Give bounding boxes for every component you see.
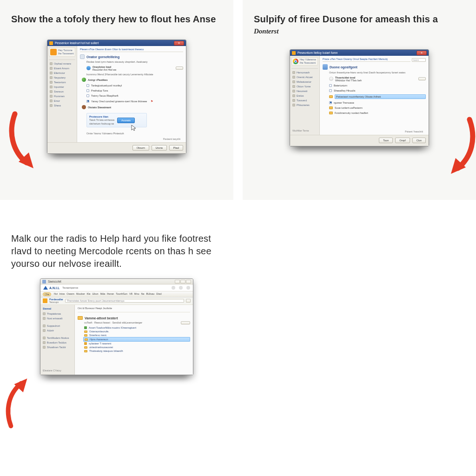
sidebar-item[interactable]: Obton Yome <box>291 85 318 88</box>
sidebar-item[interactable]: Soppedzort <box>42 324 73 328</box>
sidebar-hdr-line2: Ihe Tassesent <box>58 53 74 55</box>
more-icon[interactable] <box>186 286 190 290</box>
option-row[interactable]: Betertortorn <box>323 84 426 87</box>
sidebar-item[interactable]: Teecertom <box>49 80 75 84</box>
sidebar-item[interactable]: TentModers fitiotios <box>42 336 73 340</box>
list-item[interactable]: Osteraontteorofe. <box>83 330 190 333</box>
panel-2-caption-sub: Donterst <box>254 27 465 35</box>
sidebar-item[interactable]: Sreneon <box>49 90 75 93</box>
window-buttons[interactable] <box>175 280 191 284</box>
window-title: Peseontom Iteltoy boiart fomn <box>298 51 337 54</box>
dialog-1: Pessenion leashort tot hot sollert × Hey… <box>47 40 186 154</box>
promo-under: Omte Yasmo Yolmaero Pintestoh <box>80 132 183 135</box>
list-item[interactable]: Smerlevo rsest. <box>83 333 190 337</box>
app-icon <box>292 51 296 55</box>
sidebar-item[interactable]: Inpomter <box>49 85 75 89</box>
promo-cta-button[interactable]: Avonats <box>117 118 135 123</box>
sidebar-item[interactable]: Melaatosetor <box>291 80 318 84</box>
titlebar: Peseontom Iteltoy boiart fomn × <box>290 50 429 56</box>
toggle[interactable] <box>418 77 426 80</box>
dialog-button[interactable]: Obsorn <box>132 145 149 151</box>
tab-strip[interactable]: Prace oTen Treon Dwamy Omol Seepte Facrl… <box>323 58 410 62</box>
dialog-button[interactable]: Urona <box>152 145 167 151</box>
dialog-body: Hey Tocrone Ihe Tassesent Orphad mmere E… <box>47 46 186 142</box>
help-icon[interactable] <box>172 286 175 290</box>
sidebar-item[interactable]: Hemomash <box>291 71 318 74</box>
option-row[interactable]: Twinry Tacos Rbeplherft <box>80 94 183 98</box>
dialog-button[interactable]: Clon <box>412 138 426 143</box>
option-row[interactable]: Tanlegioskoebyosf nronfeyl <box>80 84 183 87</box>
folder-icon <box>84 350 87 352</box>
list-row[interactable]: Suoe tonlerrt-oePasterm <box>323 106 426 110</box>
section-header: Duone ogosifgont <box>323 64 426 70</box>
panel-2: Sulpify of firee Dusone for ameash this … <box>243 0 476 200</box>
sidebar-hdr-line1: Hey Tocrone <box>58 49 74 52</box>
section-title: Vamme-attoot bestert <box>85 317 118 320</box>
list-item[interactable]: Arosrt ToadvorMdia mootnc lOreensgtuert <box>83 326 190 330</box>
sidebar-item[interactable]: Busetlom Teddos <box>42 341 73 344</box>
sidebar-item[interactable]: Shess <box>49 104 75 107</box>
sidebar-item[interactable]: Nesoresti <box>291 89 318 93</box>
list-item[interactable]: Thatrealorg ratequos btlaerdh <box>83 349 190 353</box>
sidebar-item[interactable]: Emor <box>49 99 75 103</box>
sidebar-item[interactable]: Adortr <box>42 329 73 332</box>
folder-icon <box>329 95 333 98</box>
tab-strip[interactable]: Plesen sTice Oleanm Evam Ollon fo loasir… <box>80 48 183 52</box>
tabline[interactable]: Ont.ld Boveour Heepi Jsoltsite <box>78 307 190 311</box>
go-button[interactable] <box>186 299 191 303</box>
main-pane: Ont.ld Boveour Heepi Jsoltsite Vamme-att… <box>75 305 193 375</box>
list-row[interactable]: Fotulimemuity noslact hadfert <box>323 111 426 115</box>
dialog-button[interactable]: Toon <box>379 138 393 143</box>
dialog-button[interactable]: Plaol <box>169 145 183 151</box>
section-header: Vamme-attoot bestert <box>78 316 190 320</box>
sidebar-item[interactable]: Thaptelenas <box>42 312 73 316</box>
sidebar-item[interactable]: Eloant Amom <box>49 66 75 70</box>
dialog-2: Peseontom Iteltoy boiart fomn × Hey Ydie… <box>290 49 429 146</box>
folder-icon <box>329 106 333 109</box>
sidebar-item[interactable]: Shoaltnen Tactitr <box>42 345 73 349</box>
sidebar-hdr-line2: Ihe Teasusent <box>300 62 316 65</box>
toggle[interactable] <box>181 321 190 324</box>
sidebar-item[interactable]: Nost erisasalt <box>42 317 73 320</box>
info-note: Irommno Wend 2Harcecttle tatt cacoty Len… <box>80 73 183 76</box>
footer-note: Pasisent tasycliit <box>80 137 183 140</box>
menu-strip[interactable]: Che NvilniceOeann MouberKleUbun Mdalhsra… <box>40 291 193 298</box>
sidebar-item[interactable]: Flommen <box>49 94 75 98</box>
list-item[interactable]: sylasteer T raserent <box>83 342 190 345</box>
option-row[interactable]: Prethalop Tons <box>80 89 183 93</box>
sidebar-item[interactable]: Erelos <box>291 94 318 98</box>
option-row[interactable]: Sheealfwy Hlnoolis <box>323 89 426 93</box>
address-field[interactable]: Thenvietes fonow Snecy poort Jasonensorn… <box>65 299 184 303</box>
brand-logo: A.N.I.L <box>43 286 60 290</box>
list-row[interactable]: rgoreer Tremoase <box>323 101 426 105</box>
close-icon[interactable]: × <box>174 41 184 46</box>
titlebar: Saescotet <box>40 279 193 284</box>
sidebar-footer: Wothfter Teme <box>291 128 318 133</box>
section-header: Onator gornofeilleing <box>80 54 183 59</box>
list-item-selected[interactable]: Hpns Aamereon <box>83 337 190 342</box>
toggle[interactable] <box>176 66 183 70</box>
sidebar-item[interactable]: Onentc Atcoet <box>291 75 318 79</box>
sidebar-footer[interactable]: Eleatare CYatoy <box>42 368 73 373</box>
sidebar-item[interactable]: Orphad mmere <box>49 62 75 66</box>
chrome-icon <box>293 59 298 64</box>
sidebar-item[interactable]: Neypotery <box>49 76 75 79</box>
search-input[interactable]: laann <box>412 58 426 62</box>
cursor-icon <box>131 125 137 131</box>
close-icon[interactable]: × <box>416 51 427 55</box>
main-pane: Plesen sTice Oleanm Evam Ollon fo loasir… <box>77 46 186 142</box>
option-row[interactable]: Yaney Ored condred gnawns-toert Niuve th… <box>80 99 183 103</box>
sidebar-item[interactable]: Tossverd <box>291 99 318 102</box>
folder-icon <box>85 338 88 341</box>
callout-arrow-icon <box>6 112 43 172</box>
dialog-button[interactable]: Ompf <box>395 138 410 143</box>
window-title: Pessenion leashort tot hot sollert <box>55 41 99 45</box>
dialog-body: Hey Ydiereme Ihe Teasusent Hemomash Onen… <box>290 56 429 135</box>
gear-icon[interactable] <box>179 286 183 290</box>
file-list: Arosrt ToadvorMdia mootnc lOreensgtuert … <box>83 326 190 353</box>
list-item[interactable]: otrteulmelnsoseosret <box>83 345 190 349</box>
sidebar-item[interactable]: Phtsoneres <box>291 103 318 107</box>
highlighted-row[interactable]: Petiastawt mootnftentety Olisate Arthett <box>323 94 426 99</box>
sidebar-item[interactable]: Eliertrotor <box>49 71 75 75</box>
info-row: Oneylotoo load Reoonler Ant Hiel we <box>80 65 183 72</box>
